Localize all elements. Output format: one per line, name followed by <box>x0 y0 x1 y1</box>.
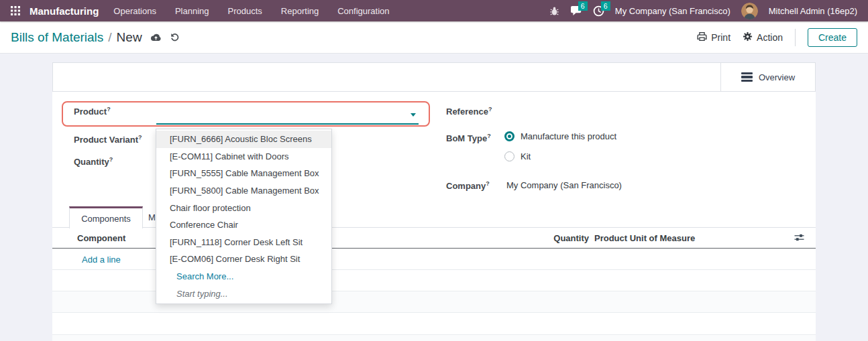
discard-undo-icon[interactable] <box>170 32 180 42</box>
print-button[interactable]: Print <box>697 31 730 44</box>
divider <box>795 29 796 46</box>
messages-count-badge: 6 <box>578 1 588 11</box>
help-marker: ? <box>138 134 142 141</box>
top-navbar: Manufacturing Operations Planning Produc… <box>0 0 868 21</box>
help-marker: ? <box>109 156 113 163</box>
quantity-field-label: Quantity? <box>74 156 113 167</box>
menu-reporting[interactable]: Reporting <box>281 6 319 16</box>
column-quantity: Quantity <box>495 233 589 243</box>
company-field-label: Company? <box>446 180 490 191</box>
radio-unselected-icon[interactable] <box>504 151 514 161</box>
menu-planning[interactable]: Planning <box>175 6 209 16</box>
help-marker: ? <box>488 106 492 113</box>
breadcrumb-current: New <box>117 30 142 45</box>
breadcrumb-separator: / <box>108 30 111 45</box>
overview-button[interactable]: Overview <box>720 63 815 91</box>
form-sheet: Overview Product? Product Variant? Quant… <box>52 62 816 341</box>
dropdown-item[interactable]: [FURN_1118] Corner Desk Left Sit <box>156 234 331 251</box>
apps-grid-icon[interactable] <box>7 3 24 18</box>
bom-type-radio-kit[interactable]: Kit <box>504 151 531 161</box>
control-panel: Bills of Materials / New Print Action Cr… <box>0 21 868 54</box>
printer-icon <box>697 31 707 44</box>
user-avatar[interactable] <box>741 3 758 19</box>
radio-label: Kit <box>521 151 531 161</box>
action-button-label: Action <box>757 32 783 43</box>
gear-icon <box>743 31 753 44</box>
bom-type-radio-manufacture[interactable]: Manufacture this product <box>504 131 616 141</box>
form-statusbar: Overview <box>52 62 816 92</box>
dropdown-item[interactable]: [E-COM06] Corner Desk Right Sit <box>156 251 331 268</box>
optional-columns-sliders-icon[interactable] <box>794 233 804 244</box>
user-menu[interactable]: Mitchell Admin (16ep2) <box>769 6 857 16</box>
print-button-label: Print <box>711 32 730 43</box>
hamburger-icon <box>741 72 753 82</box>
radio-selected-icon[interactable] <box>504 131 514 141</box>
help-marker: ? <box>487 133 491 139</box>
product-variant-field-label: Product Variant? <box>74 134 142 145</box>
menu-products[interactable]: Products <box>228 6 262 16</box>
start-typing-hint: Start typing... <box>156 285 331 302</box>
empty-row <box>52 313 816 335</box>
dropdown-item[interactable]: [E-COM11] Cabinet with Doors <box>156 148 331 165</box>
product-input[interactable] <box>156 111 419 125</box>
main-menu: Operations Planning Products Reporting C… <box>113 6 389 16</box>
company-switcher[interactable]: My Company (San Francisco) <box>615 6 730 16</box>
breadcrumb: Bills of Materials / New <box>11 30 142 45</box>
product-autocomplete-dropdown: [FURN_6666] Acoustic Bloc Screens [E-COM… <box>156 129 332 304</box>
menu-configuration[interactable]: Configuration <box>337 6 389 16</box>
dropdown-item[interactable]: [FURN_6666] Acoustic Bloc Screens <box>156 131 331 148</box>
app-name[interactable]: Manufacturing <box>30 5 99 17</box>
bom-type-field-label: BoM Type? <box>446 133 491 143</box>
reference-field-label: Reference? <box>446 106 492 117</box>
save-cloud-icon[interactable] <box>150 33 162 42</box>
dropdown-item[interactable]: [FURN_5800] Cable Management Box <box>156 182 331 200</box>
menu-operations[interactable]: Operations <box>113 6 156 16</box>
dropdown-item[interactable]: [FURN_5555] Cable Management Box <box>156 165 331 182</box>
empty-row <box>52 335 816 341</box>
dropdown-item[interactable]: Chair floor protection <box>156 199 331 216</box>
tab-components[interactable]: Components <box>69 206 143 228</box>
activities-clock-icon[interactable]: 6 <box>593 5 604 17</box>
column-component: Component <box>77 233 125 243</box>
radio-label: Manufacture this product <box>521 131 616 141</box>
action-button[interactable]: Action <box>743 31 783 44</box>
company-field-value[interactable]: My Company (San Francisco) <box>506 180 622 190</box>
help-marker: ? <box>486 180 490 187</box>
debug-bug-icon[interactable] <box>549 6 559 16</box>
overview-button-label: Overview <box>759 72 795 82</box>
dropdown-item[interactable]: Conference Chair <box>156 216 331 234</box>
product-caret-down-icon[interactable] <box>411 113 416 117</box>
help-marker: ? <box>107 106 111 113</box>
page-content: Overview Product? Product Variant? Quant… <box>0 54 868 341</box>
column-product-unit-of-measure: Product Unit of Measure <box>594 233 695 243</box>
breadcrumb-bills-of-materials[interactable]: Bills of Materials <box>11 30 103 45</box>
create-button[interactable]: Create <box>808 28 857 47</box>
product-field-label: Product? <box>74 106 111 117</box>
activities-count-badge: 6 <box>601 1 610 11</box>
add-a-line-link[interactable]: Add a line <box>82 255 121 265</box>
messages-icon[interactable]: 6 <box>570 5 582 16</box>
search-more-link[interactable]: Search More... <box>156 268 331 285</box>
